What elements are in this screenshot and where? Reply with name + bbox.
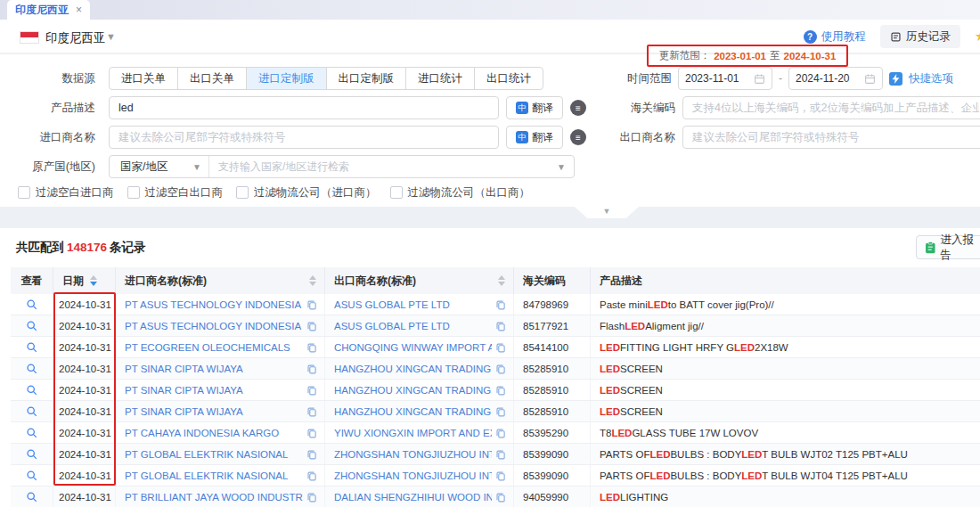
exporter-link[interactable]: HANGZHOU XINGCAN TRADING CO LTD: [334, 406, 492, 417]
copy-icon[interactable]: [495, 470, 506, 481]
copy-icon[interactable]: [306, 321, 317, 331]
view-cell[interactable]: [11, 465, 53, 486]
copy-icon[interactable]: [495, 385, 506, 396]
filter-checkbox-3[interactable]: 过滤物流公司（出口商）: [390, 185, 531, 200]
translate-button[interactable]: 中 翻译: [506, 126, 563, 149]
column-header-3[interactable]: 出口商名称(标准): [325, 267, 514, 294]
country-selector-label[interactable]: 印度尼西亚: [45, 30, 106, 46]
match-mode-icon[interactable]: ≡: [570, 100, 586, 116]
copy-icon[interactable]: [306, 449, 317, 460]
checkbox-icon[interactable]: [236, 186, 249, 199]
exporter-link[interactable]: HANGZHOU XINGCAN TRADING CO LTD: [334, 385, 492, 396]
tab-indonesia[interactable]: 印度尼西亚 ×: [7, 0, 90, 20]
column-header-2[interactable]: 进口商名称(标准): [116, 267, 325, 294]
filter-checkbox-2[interactable]: 过滤物流公司（进口商）: [236, 185, 377, 200]
copy-icon[interactable]: [306, 299, 317, 310]
collapse-panel-button[interactable]: ▼: [575, 207, 639, 218]
view-magnifier-icon[interactable]: [26, 363, 37, 374]
favorite-star-icon[interactable]: ★: [975, 29, 980, 44]
data-source-tab-5[interactable]: 出口统计: [474, 68, 543, 89]
importer-input[interactable]: [109, 126, 499, 149]
checkbox-icon[interactable]: [127, 186, 140, 199]
exporter-link[interactable]: ZHONGSHAN TONGJIUZHOU INTERNA...: [334, 470, 492, 481]
view-cell[interactable]: [11, 422, 53, 443]
copy-icon[interactable]: [495, 342, 506, 353]
copy-icon[interactable]: [495, 406, 506, 417]
view-magnifier-icon[interactable]: [26, 341, 37, 353]
sort-icon[interactable]: [309, 275, 316, 286]
importer-link[interactable]: PT ASUS TECHNOLOGY INDONESIA BA...: [125, 299, 303, 310]
start-date-input[interactable]: 2023-11-01: [678, 67, 772, 90]
copy-icon[interactable]: [495, 364, 506, 374]
view-magnifier-icon[interactable]: [26, 448, 37, 460]
view-magnifier-icon[interactable]: [26, 320, 37, 331]
checkbox-icon[interactable]: [390, 186, 403, 199]
match-mode-icon[interactable]: ≡: [570, 129, 586, 145]
data-source-tab-0[interactable]: 进口关单: [110, 68, 177, 89]
tutorial-button[interactable]: ? 使用教程: [804, 29, 866, 45]
importer-link[interactable]: PT BRILLIANT JAYA WOOD INDUSTRY: [125, 492, 303, 503]
hs-code-input[interactable]: [682, 96, 980, 119]
end-date-input[interactable]: 2024-11-20: [788, 67, 883, 90]
view-magnifier-icon[interactable]: [26, 427, 37, 438]
translate-button[interactable]: 中 翻译: [506, 96, 563, 119]
data-source-tab-1[interactable]: 出口关单: [177, 68, 246, 89]
exporter-input[interactable]: [682, 126, 980, 149]
enter-report-button[interactable]: 进入报告: [916, 235, 980, 259]
exporter-link[interactable]: ZHONGSHAN TONGJIUZHOU INTERNA...: [334, 449, 492, 460]
view-cell[interactable]: [11, 337, 53, 357]
importer-link[interactable]: PT GLOBAL ELEKTRIK NASIONAL: [125, 449, 303, 460]
copy-icon[interactable]: [306, 492, 317, 503]
copy-icon[interactable]: [306, 385, 317, 396]
data-source-tab-4[interactable]: 进口统计: [405, 68, 474, 89]
copy-icon[interactable]: [495, 449, 506, 460]
importer-link[interactable]: PT GLOBAL ELEKTRIK NASIONAL: [125, 470, 303, 481]
view-magnifier-icon[interactable]: [26, 470, 37, 481]
product-desc-input[interactable]: [109, 96, 499, 119]
exporter-link[interactable]: ASUS GLOBAL PTE LTD: [334, 299, 492, 310]
view-cell[interactable]: [11, 358, 53, 379]
sort-icon[interactable]: [498, 275, 505, 286]
filter-checkbox-1[interactable]: 过滤空白出口商: [127, 185, 224, 200]
view-cell[interactable]: [11, 401, 53, 421]
sort-icon[interactable]: [90, 275, 97, 286]
importer-link[interactable]: PT ECOGREEN OLEOCHEMICALS: [125, 342, 303, 353]
copy-icon[interactable]: [495, 492, 506, 503]
copy-icon[interactable]: [306, 342, 317, 353]
view-cell[interactable]: [11, 444, 53, 464]
importer-link[interactable]: PT ASUS TECHNOLOGY INDONESIA BA...: [125, 321, 303, 331]
view-magnifier-icon[interactable]: [26, 384, 37, 396]
origin-country-input[interactable]: [209, 160, 557, 173]
origin-country-dropdown[interactable]: 国家/地区 ▼: [110, 156, 209, 177]
data-source-tab-3[interactable]: 出口定制版: [326, 68, 406, 89]
copy-icon[interactable]: [495, 321, 506, 331]
exporter-link[interactable]: HANGZHOU XINGCAN TRADING CO LTD: [334, 364, 492, 374]
checkbox-icon[interactable]: [18, 186, 30, 199]
importer-link[interactable]: PT SINAR CIPTA WIJAYA: [125, 406, 303, 417]
data-source-tab-2[interactable]: 进口定制版: [246, 68, 326, 89]
view-magnifier-icon[interactable]: [26, 405, 37, 417]
copy-icon[interactable]: [495, 428, 506, 438]
close-icon[interactable]: ×: [76, 4, 82, 15]
chevron-down-icon[interactable]: ▼: [106, 31, 116, 42]
exporter-link[interactable]: YIWU XIONGXIN IMPORT AND EXPORT...: [334, 428, 492, 438]
exporter-link[interactable]: CHONGQING WINWAY IMPORT AND E...: [334, 342, 492, 353]
copy-icon[interactable]: [306, 364, 317, 374]
copy-icon[interactable]: [306, 470, 317, 481]
view-magnifier-icon[interactable]: [26, 491, 37, 503]
copy-icon[interactable]: [306, 428, 317, 438]
view-magnifier-icon[interactable]: [26, 298, 37, 310]
quick-options-link[interactable]: 快捷选项: [909, 71, 953, 86]
copy-icon[interactable]: [495, 299, 506, 310]
column-header-1[interactable]: 日期: [53, 267, 116, 294]
importer-link[interactable]: PT CAHAYA INDONESIA KARGO: [125, 428, 303, 438]
exporter-link[interactable]: DALIAN SHENGZHIHUI WOOD INDUST...: [334, 492, 492, 503]
history-button[interactable]: 历史记录: [880, 25, 960, 48]
view-cell[interactable]: [11, 487, 53, 507]
view-cell[interactable]: [11, 380, 53, 400]
importer-link[interactable]: PT SINAR CIPTA WIJAYA: [125, 364, 303, 374]
quick-options-icon[interactable]: [889, 72, 902, 86]
filter-checkbox-0[interactable]: 过滤空白进口商: [18, 185, 114, 200]
importer-link[interactable]: PT SINAR CIPTA WIJAYA: [125, 385, 303, 396]
view-cell[interactable]: [11, 315, 53, 336]
